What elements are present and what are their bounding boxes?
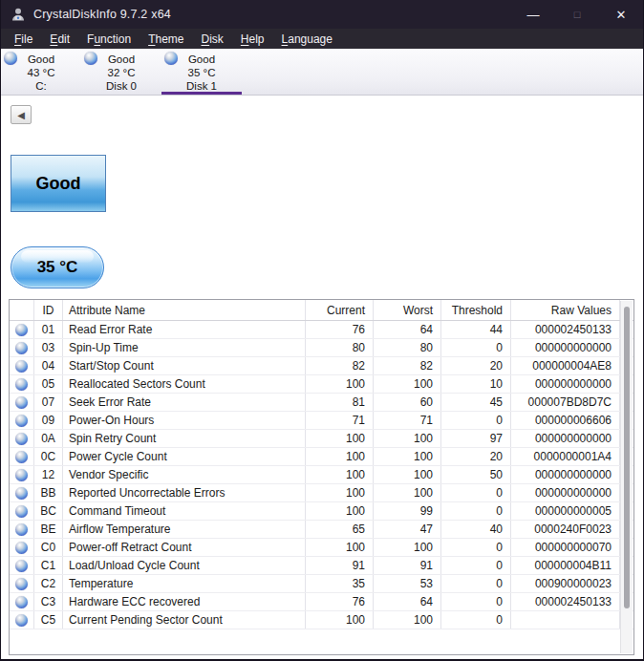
maximize-icon[interactable]: □ [555,0,599,29]
attribute-worst: 100 [374,448,441,465]
app-icon [11,7,26,22]
menu-edit[interactable]: Edit [41,31,78,48]
close-icon[interactable]: ✕ [599,0,643,29]
attribute-name: Spin Retry Count [63,430,306,447]
table-row[interactable]: 09Power-On Hours71710000000006606 [10,412,633,430]
back-arrow-icon: ◀ [17,110,25,120]
attribute-threshold: 0 [441,557,511,574]
attribute-current: 76 [306,321,374,338]
attribute-current: 81 [306,394,374,411]
previous-disk-button[interactable]: ◀ [11,105,32,124]
disk-tab-temp: 43 °C [1,66,81,79]
disk-tab-disk-0[interactable]: Good32 °CDisk 0 [81,49,161,95]
table-row[interactable]: 0CPower Cycle Count100100200000000001A4 [10,448,633,466]
attribute-threshold: 20 [441,448,511,465]
attribute-status-orb-icon [15,378,28,391]
table-row[interactable]: 07Seek Error Rate816045000007BD8D7C [10,394,633,412]
attribute-name: Temperature [63,575,306,592]
attribute-id: 09 [34,412,63,429]
header-raw-values: Raw Values [511,300,620,320]
attribute-id: 05 [34,375,63,393]
row-status-cell [10,394,34,411]
temperature-label: 35 °C [37,258,78,277]
attribute-id: C0 [34,539,63,556]
disk-tab-temp: 32 °C [81,66,161,79]
disk-tab-temp: 35 °C [161,66,242,79]
attribute-worst: 99 [374,502,441,520]
minimize-icon[interactable]: — [511,0,555,29]
attribute-current: 80 [306,339,374,356]
table-scrollbar[interactable] [620,301,633,653]
table-row[interactable]: 01Read Error Rate766444000002450133 [10,321,633,339]
crystaldiskinfo-window: CrystalDiskInfo 9.7.2 x64 — □ ✕ FileEdit… [0,0,644,661]
disk-tab-disk-1[interactable]: Good35 °CDisk 1 [161,49,242,95]
attribute-worst: 64 [374,593,441,610]
table-row[interactable]: C3Hardware ECC recovered7664000000245013… [10,593,633,611]
attribute-current: 100 [306,448,374,465]
attribute-name: Seek Error Rate [63,394,306,411]
attribute-threshold: 97 [441,430,511,447]
table-header-row: ID Attribute Name Current Worst Threshol… [10,300,633,321]
attribute-raw-values: 000000000070 [511,539,620,556]
menu-theme[interactable]: Theme [140,31,192,48]
attribute-threshold: 20 [441,357,511,374]
attribute-name: Reallocated Sectors Count [63,375,306,393]
attribute-status-orb-icon [15,433,28,445]
attribute-name: Start/Stop Count [63,357,306,374]
window-title: CrystalDiskInfo 9.7.2 x64 [33,8,171,21]
attribute-raw-values: 000000000005 [511,502,620,520]
title-bar: CrystalDiskInfo 9.7.2 x64 — □ ✕ [1,0,643,29]
menu-file[interactable]: File [6,31,41,48]
table-row[interactable]: C1Load/Unload Cycle Count91910000000004B… [10,557,633,575]
row-status-cell [10,593,34,610]
table-row[interactable]: BCCommand Timeout100990000000000005 [10,502,633,521]
attribute-worst: 100 [374,611,441,629]
attribute-threshold: 44 [441,321,511,338]
menu-function[interactable]: Function [78,31,140,48]
attribute-threshold: 0 [441,502,511,520]
attribute-id: BB [34,484,63,501]
attribute-threshold: 0 [441,611,511,629]
attribute-worst: 100 [374,466,441,483]
table-row[interactable]: 05Reallocated Sectors Count1001001000000… [10,375,633,394]
table-row[interactable]: 04Start/Stop Count828220000000004AE8 [10,357,633,375]
menu-bar: FileEditFunctionThemeDiskHelpLanguage [1,29,643,49]
menu-language[interactable]: Language [273,31,341,48]
attribute-threshold: 40 [441,521,511,538]
attribute-name: Spin-Up Time [63,339,306,356]
attribute-id: 03 [34,339,63,356]
table-row[interactable]: 12Vendor Specific10010050000000000000 [10,466,633,484]
attribute-status-orb-icon [15,523,28,536]
attribute-current: 100 [306,430,374,447]
disk-tab-name: Disk 0 [81,79,161,93]
temperature-button[interactable]: 35 °C [11,246,104,288]
table-row[interactable]: C5Current Pending Sector Count1001000 [10,611,633,629]
row-status-cell [10,448,34,465]
table-row[interactable]: 0ASpin Retry Count10010097000000000000 [10,430,633,448]
attribute-status-orb-icon [15,324,28,336]
row-status-cell [10,466,34,483]
attribute-raw-values: 000007BD8D7C [511,394,620,411]
menu-disk[interactable]: Disk [193,31,232,48]
attribute-worst: 80 [374,339,441,356]
attribute-status-orb-icon [15,578,28,590]
table-row[interactable]: BBReported Uncorrectable Errors100100000… [10,484,633,502]
attribute-raw-values: 0000000001A4 [511,448,620,465]
table-row[interactable]: BEAirflow Temperature6547400000240F0023 [10,521,633,539]
table-row[interactable]: 03Spin-Up Time80800000000000000 [10,339,633,357]
attribute-current: 35 [306,575,374,592]
table-row[interactable]: C0Power-off Retract Count100100000000000… [10,539,633,557]
table-row[interactable]: C2Temperature35530000900000023 [10,575,633,593]
disk-status-orb-icon [84,52,97,65]
menu-help[interactable]: Help [232,31,273,48]
disk-tab-c[interactable]: Good43 °CC: [1,49,81,95]
attribute-id: BC [34,502,63,520]
header-attribute-name: Attribute Name [63,300,306,320]
health-status-button[interactable]: Good [11,155,106,212]
attribute-current: 100 [306,611,374,629]
header-status-cell [10,300,34,320]
attribute-current: 100 [306,466,374,483]
attribute-current: 100 [306,502,374,520]
scrollbar-thumb[interactable] [624,307,630,608]
attribute-threshold: 10 [441,375,511,393]
